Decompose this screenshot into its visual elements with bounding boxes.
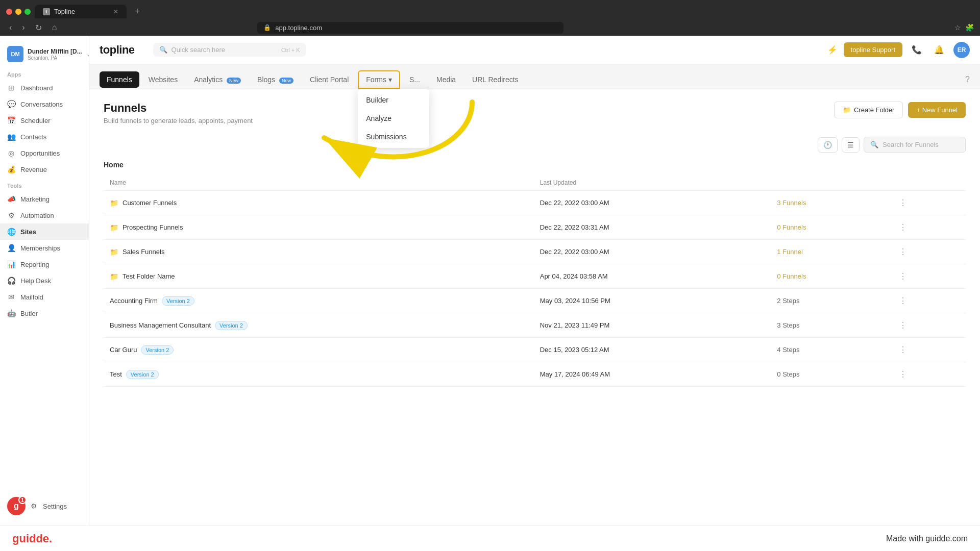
account-avatar: DM (7, 46, 23, 62)
table-row[interactable]: 📁Prospecting FunnelsDec 22, 2022 03:31 A… (104, 215, 966, 240)
notification-icon-button[interactable]: 🔔 (931, 42, 947, 58)
sidebar-item-memberships[interactable]: 👤 Memberships (0, 240, 89, 256)
sidebar-item-reporting[interactable]: 📊 Reporting (0, 256, 89, 272)
forms-dropdown-builder[interactable]: Builder (358, 91, 429, 109)
row-more-button[interactable]: ⋮ (896, 270, 910, 282)
guidde-sidebar-avatar[interactable]: g 1 (7, 497, 26, 515)
table-row[interactable]: 📁Test Folder NameApr 04, 2024 03:58 AM0 … (104, 264, 966, 289)
forms-dropdown-submissions[interactable]: Submissions (358, 128, 429, 146)
account-selector[interactable]: DM Dunder Mifflin [D... Scranton, PA ⌄ (7, 46, 89, 62)
table-row[interactable]: 📁Customer FunnelsDec 22, 2022 03:00 AM3 … (104, 191, 966, 215)
close-traffic-light[interactable] (6, 9, 12, 15)
table-row[interactable]: Accounting FirmVersion 2May 03, 2024 10:… (104, 289, 966, 313)
browser-tab-active[interactable]: t Topline ✕ (35, 5, 127, 18)
tab-title: Topline (54, 8, 75, 15)
extensions-button[interactable]: 🧩 (965, 23, 974, 32)
topbar-right: ⚡ topline Support 📞 🔔 ER (827, 42, 970, 58)
sidebar-section-apps-label: Apps (0, 66, 89, 80)
app-logo: topline (100, 43, 135, 57)
sidebar-item-scheduler[interactable]: 📅 Scheduler (0, 112, 89, 129)
sidebar-item-dashboard[interactable]: ⊞ Dashboard (0, 80, 89, 96)
scheduler-icon: 📅 (7, 116, 15, 124)
table-row[interactable]: Business Management ConsultantVersion 2N… (104, 313, 966, 338)
table-row[interactable]: TestVersion 2May 17, 2024 06:49 AM0 Step… (104, 362, 966, 387)
row-date-cell: Nov 21, 2023 11:49 PM (534, 313, 771, 338)
col-header-last-updated: Last Updated (534, 175, 771, 191)
row-more-button[interactable]: ⋮ (896, 368, 910, 380)
create-folder-button[interactable]: 📁 Create Folder (834, 102, 903, 118)
subnav-item-funnels[interactable]: Funnels (100, 71, 139, 88)
row-count-cell: 3 Steps (771, 313, 890, 338)
subnav-item-surveys[interactable]: S... (402, 71, 427, 88)
new-tab-button[interactable]: + (131, 4, 144, 19)
address-bar[interactable]: 🔒 app.topline.com (257, 22, 564, 34)
row-count: 3 Funnels (777, 199, 806, 207)
sidebar-item-contacts[interactable]: 👥 Contacts (0, 129, 89, 145)
funnel-search[interactable]: 🔍 Search for Funnels (864, 137, 966, 153)
lightning-icon: ⚡ (827, 45, 838, 55)
version-badge: Version 2 (215, 321, 248, 330)
row-more-button[interactable]: ⋮ (896, 221, 910, 233)
guidde-logo: guidde. (12, 532, 52, 545)
new-funnel-button[interactable]: + New Funnel (908, 102, 966, 118)
nav-right-buttons: ☆ 🧩 (954, 23, 974, 32)
sidebar-item-marketing[interactable]: 📣 Marketing (0, 191, 89, 207)
list-view-button[interactable]: ☰ (842, 137, 860, 153)
forms-dropdown-analyze[interactable]: Analyze (358, 109, 429, 128)
back-button[interactable]: ‹ (6, 22, 15, 33)
home-button[interactable]: ⌂ (49, 22, 60, 33)
row-name-text: Sales Funnels (122, 248, 164, 256)
sidebar-item-helpdesk[interactable]: 🎧 Help Desk (0, 272, 89, 289)
col-header-name: Name (104, 175, 534, 191)
browser-nav: ‹ › ↻ ⌂ 🔒 app.topline.com ☆ 🧩 (0, 19, 980, 36)
bookmark-button[interactable]: ☆ (954, 23, 961, 32)
row-actions-cell: ⋮ (890, 338, 966, 362)
row-count: 3 Steps (777, 321, 799, 329)
version-badge: Version 2 (141, 345, 174, 355)
row-actions-cell: ⋮ (890, 313, 966, 338)
sidebar-item-label: Settings (43, 503, 67, 510)
account-info: Dunder Mifflin [D... Scranton, PA (28, 48, 82, 61)
table-row[interactable]: 📁Sales FunnelsDec 22, 2022 03:00 AM1 Fun… (104, 240, 966, 264)
reload-button[interactable]: ↻ (32, 22, 45, 34)
row-more-button[interactable]: ⋮ (896, 295, 910, 307)
sidebar-item-revenue[interactable]: 💰 Revenue (0, 161, 89, 178)
help-icon[interactable]: ? (965, 75, 970, 84)
phone-icon-button[interactable]: 📞 (909, 42, 925, 58)
row-more-button[interactable]: ⋮ (896, 197, 910, 209)
forward-button[interactable]: › (19, 22, 28, 33)
subnav-item-url-redirects[interactable]: URL Redirects (465, 71, 526, 88)
row-count: 1 Funnel (777, 248, 803, 256)
sidebar-item-mailfold[interactable]: ✉ Mailfold (0, 289, 89, 305)
row-more-button[interactable]: ⋮ (896, 344, 910, 356)
row-date-cell: Dec 22, 2022 03:00 AM (534, 191, 771, 215)
clock-view-button[interactable]: 🕐 (818, 137, 838, 153)
global-search[interactable]: 🔍 Quick search here Ctrl + K (153, 43, 306, 57)
subnav-item-forms[interactable]: Forms ▾ (358, 70, 400, 89)
sidebar-item-automation[interactable]: ⚙ Automation (0, 207, 89, 223)
row-more-button[interactable]: ⋮ (896, 246, 910, 258)
row-actions-cell: ⋮ (890, 240, 966, 264)
subnav-item-client-portal[interactable]: Client Portal (303, 71, 356, 88)
breadcrumb: Home (104, 161, 966, 169)
row-name-cell: 📁Sales Funnels (104, 240, 534, 264)
row-more-button[interactable]: ⋮ (896, 319, 910, 331)
subnav-item-media[interactable]: Media (429, 71, 463, 88)
tab-close-icon[interactable]: ✕ (113, 8, 118, 15)
version-badge: Version 2 (126, 370, 159, 379)
table-row[interactable]: Car GuruVersion 2Dec 15, 2023 05:12 AM4 … (104, 338, 966, 362)
subnav-item-websites[interactable]: Websites (141, 71, 185, 88)
sidebar-item-sites[interactable]: 🌐 Sites (0, 223, 89, 240)
sidebar-item-settings[interactable]: ⚙ Settings (30, 502, 82, 510)
sidebar-item-label: Dashboard (20, 84, 53, 92)
subnav-item-blogs[interactable]: Blogs New (250, 71, 301, 88)
sidebar-item-conversations[interactable]: 💬 Conversations (0, 96, 89, 112)
minimize-traffic-light[interactable] (15, 9, 21, 15)
helpdesk-icon: 🎧 (7, 277, 15, 285)
sidebar-item-opportunities[interactable]: ◎ Opportunities (0, 145, 89, 161)
support-button[interactable]: topline Support (844, 42, 902, 57)
sidebar-item-butler[interactable]: 🤖 Butler (0, 305, 89, 321)
maximize-traffic-light[interactable] (24, 9, 31, 15)
user-avatar[interactable]: ER (953, 42, 970, 58)
subnav-item-analytics[interactable]: Analytics New (187, 71, 248, 88)
